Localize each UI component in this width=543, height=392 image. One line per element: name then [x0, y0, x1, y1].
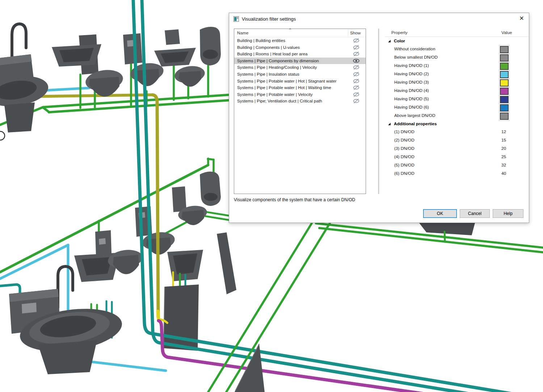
property-row: Having DN/OD (1) [385, 62, 529, 70]
property-row: Above largest DN/OD [385, 111, 529, 120]
property-label: Having DN/OD (5) [394, 96, 429, 101]
orbit-gizmo-icon [0, 131, 5, 140]
filter-row-label: Systems | Pipe | Heating/Cooling | Veloc… [237, 65, 317, 69]
expanded-group-icon [388, 122, 391, 126]
filter-row-label: Systems | Pipe | Components by dimension [237, 58, 319, 63]
fixtures-lower-room [9, 172, 236, 374]
sink [154, 29, 196, 67]
property-value[interactable]: 12 [501, 128, 506, 136]
wall-toilet [173, 64, 206, 87]
property-row: (6) DN/OD40 [385, 169, 529, 178]
filter-description: Visualize components of the system that … [234, 197, 355, 202]
filter-row[interactable]: Systems | Pipe | Potable water | Hot | W… [234, 84, 366, 91]
color-swatch[interactable] [500, 96, 509, 103]
property-label: Below smallest DN/OD [394, 55, 438, 60]
visibility-off-eye-icon [353, 98, 359, 104]
property-label: Having DN/OD (2) [394, 71, 429, 76]
property-group-header[interactable]: Additional properties [385, 120, 529, 128]
column-header-value: Value [501, 30, 512, 35]
sort-ascending-icon: ^ [289, 28, 291, 32]
filter-row-label: Systems | Pipe | Potable water | Hot | S… [237, 79, 337, 83]
visibility-off-eye-icon [353, 51, 359, 56]
property-row: (1) DN/OD12 [385, 128, 529, 136]
visibility-off-eye-icon [353, 45, 359, 50]
visibility-off-toggle[interactable] [353, 98, 359, 106]
property-row: Having DN/OD (5) [385, 95, 529, 103]
property-row: Below smallest DN/OD [385, 53, 529, 62]
color-swatch[interactable] [500, 63, 509, 70]
toilet [0, 54, 50, 132]
filter-row-label: Systems | Pipe | Insulation status [237, 72, 299, 76]
color-swatch[interactable] [500, 79, 509, 87]
filter-row-label: Systems | Pipe | Potable water | Velocit… [237, 92, 313, 97]
radiator [419, 223, 475, 235]
column-header-property: Property [391, 30, 408, 35]
close-icon[interactable]: ✕ [514, 13, 529, 24]
visibility-off-eye-icon [353, 65, 359, 70]
filter-row[interactable]: Systems | Pipe; Ventilation duct | Criti… [234, 98, 366, 105]
color-swatch[interactable] [500, 71, 509, 78]
property-group-header[interactable]: Color [385, 37, 529, 45]
urinal [200, 27, 221, 66]
property-row: (2) DN/OD15 [385, 136, 529, 144]
help-button[interactable]: Help [493, 209, 523, 218]
filter-row[interactable]: Systems | Pipe | Potable water | Velocit… [234, 91, 366, 98]
property-group-label: Additional properties [394, 121, 437, 126]
panel-splitter[interactable] [378, 29, 380, 194]
color-swatch[interactable] [500, 113, 509, 120]
column-header-name[interactable]: Name [237, 30, 248, 35]
property-row: (3) DN/OD20 [385, 144, 529, 153]
dialog-titlebar[interactable]: Visualization filter settings ✕ [229, 13, 529, 25]
property-label: Having DN/OD (6) [394, 105, 429, 110]
fixtures-upper-room [0, 24, 221, 132]
property-row: Having DN/OD (6) [385, 103, 529, 111]
cistern [123, 33, 142, 64]
color-swatch[interactable] [500, 46, 509, 53]
visibility-off-eye-icon [353, 72, 359, 77]
property-row: Without consideration [385, 45, 529, 53]
property-row: Having DN/OD (2) [385, 70, 529, 78]
filter-row[interactable]: Building | Building entities [234, 37, 366, 44]
filter-row-label: Systems | Pipe | Potable water | Hot | W… [237, 85, 331, 90]
filter-list-header: Name ^ Show [234, 29, 366, 37]
filter-row[interactable]: Systems | Pipe | Insulation status [234, 71, 366, 78]
property-value[interactable]: 15 [501, 136, 506, 144]
property-group-label: Color [394, 38, 405, 43]
column-header-show[interactable]: Show [350, 30, 361, 35]
property-label: (2) DN/OD [394, 138, 414, 143]
cancel-button[interactable]: Cancel [460, 209, 490, 218]
filter-row-label: Building | Building entities [237, 38, 285, 43]
expanded-group-icon [388, 39, 391, 43]
property-label: Having DN/OD (3) [394, 80, 429, 85]
visibility-on-eye-icon [353, 58, 359, 63]
property-label: Having DN/OD (4) [394, 88, 429, 93]
filter-row[interactable]: Systems | Pipe | Components by dimension [234, 58, 366, 64]
filter-row-label: Systems | Pipe; Ventilation duct | Criti… [237, 98, 322, 103]
property-row: (5) DN/OD32 [385, 161, 529, 169]
filter-row[interactable]: Building | Components | U-values [234, 44, 366, 51]
property-value[interactable]: 20 [501, 144, 506, 153]
property-label: (5) DN/OD [394, 163, 414, 168]
grab-bar [58, 266, 73, 308]
filter-list: Name ^ Show Building | Building entities… [234, 29, 366, 194]
color-swatch[interactable] [500, 88, 509, 95]
property-panel: Property Value ColorWithout consideratio… [385, 29, 529, 194]
filter-row[interactable]: Systems | Pipe | Heating/Cooling | Veloc… [234, 64, 366, 71]
color-swatch[interactable] [500, 104, 509, 111]
filter-row[interactable]: Systems | Pipe | Potable water | Hot | S… [234, 78, 366, 85]
property-value[interactable]: 32 [501, 161, 506, 169]
property-label: (4) DN/OD [394, 154, 414, 159]
filter-row-label: Building | Components | U-values [237, 45, 300, 50]
filter-row[interactable]: Building | Rooms | Heat load per area [234, 51, 366, 58]
app-icon [233, 16, 239, 22]
property-row: Having DN/OD (4) [385, 87, 529, 95]
filter-row-label: Building | Rooms | Heat load per area [237, 51, 307, 56]
property-value[interactable]: 40 [501, 169, 506, 178]
color-swatch[interactable] [500, 54, 509, 62]
visualization-filter-dialog: Visualization filter settings ✕ Name ^ S… [229, 13, 529, 223]
visibility-off-eye-icon [353, 79, 359, 84]
ok-button[interactable]: OK [423, 209, 457, 218]
property-label: (1) DN/OD [394, 129, 414, 134]
urinal [200, 172, 221, 206]
property-value[interactable]: 25 [501, 153, 506, 161]
